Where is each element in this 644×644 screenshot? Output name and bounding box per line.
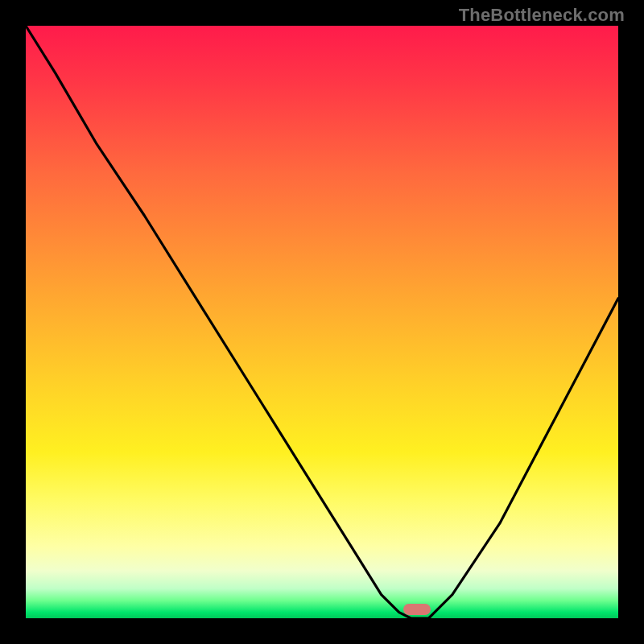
optimum-marker <box>403 604 431 615</box>
chart-frame: TheBottleneck.com <box>0 0 644 644</box>
bottleneck-curve <box>26 26 618 618</box>
watermark-text: TheBottleneck.com <box>459 5 625 26</box>
plot-area <box>26 26 618 618</box>
